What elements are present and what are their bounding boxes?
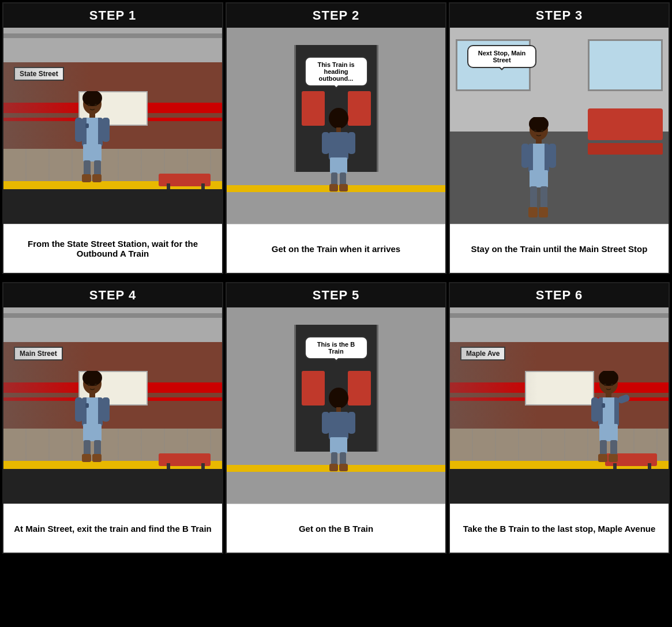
platform-scene: Main Street xyxy=(3,307,222,504)
svg-point-15 xyxy=(329,108,348,129)
svg-point-54 xyxy=(329,388,348,408)
svg-rect-43 xyxy=(87,397,98,426)
step-6-caption: Take the B Train to the last stop, Maple… xyxy=(450,504,669,553)
svg-rect-7 xyxy=(102,118,110,142)
svg-rect-46 xyxy=(102,397,110,422)
train-door-scene: This Train is heading outbound... xyxy=(227,28,445,224)
step-6-header: STEP 6 xyxy=(450,283,669,307)
step-3-cell: STEP 3 Next Stop, Main Street S xyxy=(449,2,670,274)
svg-rect-68 xyxy=(603,397,614,426)
speech-bubble: This is the B Train xyxy=(305,336,368,359)
bench-leg2 xyxy=(167,183,170,189)
step-1-caption: From the State Street Station, wait for … xyxy=(3,224,222,273)
svg-rect-72 xyxy=(600,440,607,456)
svg-rect-29 xyxy=(533,144,545,172)
platform-scene: State Street xyxy=(3,28,222,224)
svg-rect-5 xyxy=(83,144,102,162)
bench-leg xyxy=(201,183,205,189)
step-2-cell: STEP 2 This Train is heading outbound...… xyxy=(226,2,446,274)
svg-rect-35 xyxy=(528,207,538,217)
svg-rect-55 xyxy=(336,407,341,412)
svg-rect-74 xyxy=(598,454,607,462)
platform-scene: Maple Ave xyxy=(450,307,669,504)
step-4-cell: STEP 4 Main Street xyxy=(2,282,223,554)
speech-bubble: Next Stop, Main Street xyxy=(467,45,536,68)
step-1-header: STEP 1 xyxy=(3,3,222,28)
row-separator xyxy=(2,276,670,280)
svg-rect-41 xyxy=(89,392,95,397)
svg-point-37 xyxy=(534,130,536,132)
svg-rect-73 xyxy=(610,440,617,456)
ceiling xyxy=(450,307,669,342)
bench-leg xyxy=(648,463,651,469)
svg-point-77 xyxy=(611,384,613,386)
train-window-right xyxy=(588,39,663,91)
train-seat-1 xyxy=(588,108,663,140)
svg-rect-63 xyxy=(339,464,348,471)
svg-rect-69 xyxy=(599,424,618,441)
svg-rect-45 xyxy=(75,397,82,422)
svg-rect-20 xyxy=(348,132,355,154)
svg-rect-59 xyxy=(348,412,355,434)
svg-rect-49 xyxy=(82,454,91,462)
step-3-caption: Stay on the Train until the Main Street … xyxy=(450,224,669,273)
step-4-header: STEP 4 xyxy=(3,283,222,307)
train-seat-2 xyxy=(588,143,663,155)
svg-rect-11 xyxy=(92,174,102,182)
svg-rect-31 xyxy=(521,144,529,168)
svg-rect-66 xyxy=(606,392,611,397)
svg-rect-70 xyxy=(591,397,599,422)
step-4-caption: At Main Street, exit the train and find … xyxy=(3,504,222,553)
svg-point-12 xyxy=(88,104,90,106)
ceiling-beam xyxy=(450,313,669,318)
character xyxy=(69,371,115,463)
bench-leg xyxy=(201,463,205,469)
step-2-header: STEP 2 xyxy=(227,3,445,28)
svg-rect-48 xyxy=(94,440,101,456)
ceiling-beam xyxy=(3,33,222,38)
bench-leg2 xyxy=(167,463,170,469)
character-door xyxy=(318,385,359,472)
svg-rect-36 xyxy=(539,207,548,217)
svg-rect-75 xyxy=(609,454,618,462)
svg-rect-47 xyxy=(84,440,91,456)
svg-rect-78 xyxy=(602,403,605,408)
svg-rect-4 xyxy=(87,118,98,147)
character-interior xyxy=(516,117,562,221)
svg-rect-44 xyxy=(83,424,102,441)
svg-rect-56 xyxy=(329,412,348,440)
svg-rect-58 xyxy=(322,412,329,434)
door-panel-left xyxy=(256,45,296,172)
svg-rect-2 xyxy=(89,112,95,118)
step-2-caption: Get on the Train when it arrives xyxy=(227,224,445,273)
svg-rect-27 xyxy=(536,138,542,144)
bench-leg2 xyxy=(613,463,617,469)
platform-edge xyxy=(450,469,669,504)
svg-rect-9 xyxy=(94,160,101,177)
character xyxy=(69,91,115,183)
svg-point-13 xyxy=(95,104,97,106)
speech-bubble: This Train is heading outbound... xyxy=(305,57,368,87)
svg-rect-24 xyxy=(339,184,348,192)
step-1-cell: STEP 1 State Street xyxy=(2,2,223,274)
step-5-cell: STEP 5 This is the B Train Get on the B … xyxy=(226,282,446,554)
svg-point-38 xyxy=(541,130,543,132)
svg-rect-50 xyxy=(92,454,102,462)
svg-rect-33 xyxy=(530,186,537,209)
character xyxy=(585,371,632,463)
step-5-header: STEP 5 xyxy=(227,283,445,307)
character-door xyxy=(318,106,359,192)
svg-rect-14 xyxy=(85,123,89,128)
svg-rect-19 xyxy=(322,132,329,154)
train-door-scene: This is the B Train xyxy=(227,307,445,504)
svg-rect-8 xyxy=(84,160,91,177)
svg-rect-23 xyxy=(329,184,338,192)
svg-rect-10 xyxy=(82,174,91,182)
svg-rect-30 xyxy=(530,170,548,187)
svg-rect-57 xyxy=(330,437,347,453)
step-3-header: STEP 3 xyxy=(450,3,669,28)
svg-rect-62 xyxy=(329,464,338,471)
svg-rect-71 xyxy=(617,394,630,404)
svg-rect-17 xyxy=(329,132,348,160)
svg-rect-6 xyxy=(75,118,82,142)
